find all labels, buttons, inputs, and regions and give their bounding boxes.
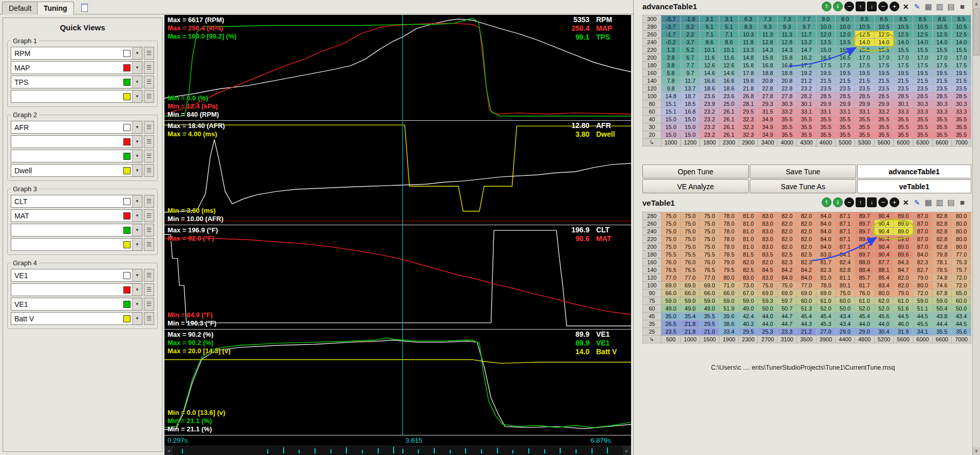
table-cell[interactable]: 18.7 <box>680 93 700 100</box>
table-cell[interactable]: -1.7 <box>661 31 681 39</box>
table-cell[interactable]: 21.0 <box>700 328 719 336</box>
table-cell[interactable]: 9.3 <box>778 23 797 31</box>
table-cell[interactable]: 29.9 <box>836 100 855 108</box>
table-cell[interactable]: 76.5 <box>680 266 700 274</box>
table-cell[interactable]: 50.0 <box>758 305 778 313</box>
table-cell[interactable]: 75.0 <box>680 243 700 251</box>
solid-view-icon[interactable]: ■ <box>957 197 967 207</box>
table-cell[interactable]: 84.3 <box>894 259 913 266</box>
table-cell[interactable]: 33.3 <box>952 108 971 116</box>
table-cell[interactable]: 35.5 <box>836 116 855 123</box>
table-cell[interactable]: 15.0 <box>661 116 681 123</box>
table-cell[interactable]: 29.9 <box>855 100 874 108</box>
tab-tuning[interactable]: Tuning <box>37 2 74 15</box>
table-cell[interactable]: 35.5 <box>700 313 719 320</box>
table-cell[interactable]: 0.2 <box>680 23 700 31</box>
table-cell[interactable]: 29.0 <box>836 328 855 336</box>
table-cell[interactable]: 19.5 <box>816 69 836 77</box>
table-cell[interactable]: 80.0 <box>952 235 971 243</box>
table-cell[interactable]: 44.5 <box>894 313 913 320</box>
table-cell[interactable]: 59.0 <box>661 297 681 305</box>
table-cell[interactable]: 35.5 <box>874 131 894 139</box>
table-cell[interactable]: 78.0 <box>719 212 739 220</box>
table-cell[interactable]: 20.8 <box>758 77 778 85</box>
table-cell[interactable]: 77.0 <box>700 274 719 282</box>
table-cell[interactable]: 35.5 <box>816 123 836 131</box>
table-cell[interactable]: 35.5 <box>855 123 874 131</box>
graph-cursor-line[interactable] <box>402 15 403 435</box>
table-cell[interactable]: 82.3 <box>778 259 797 266</box>
table-cell[interactable]: 29.9 <box>816 100 836 108</box>
table-cell[interactable]: 74.8 <box>932 274 952 282</box>
table-cell[interactable]: 82.8 <box>932 243 952 251</box>
table-cell[interactable]: 35.5 <box>932 116 952 123</box>
table-cell[interactable]: 88.1 <box>874 266 894 274</box>
table-cell[interactable]: 33.1 <box>855 108 874 116</box>
chevron-down-icon[interactable]: ▼ <box>132 90 142 102</box>
table-cell[interactable]: 44.0 <box>874 320 894 328</box>
table-cell[interactable]: 15.0 <box>836 46 855 54</box>
table-cell[interactable]: 21.5 <box>874 77 894 85</box>
table-cell[interactable]: 15.5 <box>913 46 932 54</box>
table-cell[interactable]: 89.7 <box>855 220 874 228</box>
table-cell[interactable]: 69.0 <box>778 289 797 297</box>
table-cell[interactable]: 12.5 <box>894 31 913 39</box>
table-cell[interactable]: 23.5 <box>816 85 836 93</box>
table-cell[interactable]: 84.1 <box>836 251 855 259</box>
table-cell[interactable]: 33.1 <box>797 108 816 116</box>
table-cell[interactable]: 23.6 <box>700 93 719 100</box>
table-cell[interactable]: 22.8 <box>758 85 778 93</box>
table-cell[interactable]: 82.8 <box>932 228 952 235</box>
table-cell[interactable]: 16.8 <box>778 62 797 69</box>
table-cell[interactable]: 19.5 <box>894 69 913 77</box>
table-cell[interactable]: 44.0 <box>855 320 874 328</box>
table-cell[interactable]: 23.5 <box>932 85 952 93</box>
table-cell[interactable]: 49.0 <box>700 305 719 313</box>
table-cell[interactable]: 15.5 <box>952 46 971 54</box>
table-cell[interactable]: 35.5 <box>952 123 971 131</box>
table-cell[interactable]: 21.5 <box>913 77 932 85</box>
grid-view-icon[interactable]: ▦ <box>923 197 933 207</box>
table-cell[interactable]: 50.0 <box>836 305 855 313</box>
scroll-down-icon[interactable]: ▼ <box>973 447 980 455</box>
table-cell[interactable]: 30.1 <box>797 100 816 108</box>
table-cell[interactable]: 23.9 <box>700 100 719 108</box>
table-cell[interactable]: 80.0 <box>952 220 971 228</box>
shift-down-icon[interactable]: ↓ <box>867 2 877 11</box>
table-cell[interactable]: 35.5 <box>952 131 971 139</box>
table-cell[interactable]: 15.0 <box>680 131 700 139</box>
table-cell[interactable]: 75.0 <box>700 235 719 243</box>
table-cell[interactable]: 83.0 <box>758 243 778 251</box>
table-cell[interactable]: 15.5 <box>855 46 874 54</box>
table-cell[interactable]: 15.1 <box>661 100 681 108</box>
table-cell[interactable]: 78.0 <box>719 243 739 251</box>
table-cell[interactable]: 52.0 <box>874 305 894 313</box>
table-cell[interactable]: 75.0 <box>680 212 700 220</box>
table-cell[interactable]: 34.9 <box>758 116 778 123</box>
table-cell[interactable]: 18.8 <box>778 69 797 77</box>
table-cell[interactable]: 26.8 <box>738 93 758 100</box>
table-cell[interactable]: 82.3 <box>797 259 816 266</box>
table-cell[interactable]: 14.0 <box>913 39 932 46</box>
scale-down-icon[interactable]: − <box>844 2 854 11</box>
table-cell[interactable]: 19.2 <box>797 69 816 77</box>
table-cell[interactable]: 35.5 <box>778 131 797 139</box>
graph-strip-2[interactable]: Max = 18.40 (AFR)Max = 4.00 (ms)Min = 3.… <box>164 121 631 225</box>
table-cell[interactable]: 11.6 <box>700 54 719 62</box>
table-cell[interactable]: 27.8 <box>758 93 778 100</box>
channel-menu-button[interactable]: ☰ <box>144 135 154 148</box>
table-cell[interactable]: 35.5 <box>797 116 816 123</box>
table-cell[interactable]: 85.7 <box>855 274 874 282</box>
table-cell[interactable]: 15.5 <box>874 46 894 54</box>
table-cell[interactable]: 75.0 <box>680 220 700 228</box>
table-cell[interactable]: 9.7 <box>680 69 700 77</box>
table-cell[interactable]: 12.6 <box>719 62 739 69</box>
table-cell[interactable]: 8.6 <box>719 39 739 46</box>
table-cell[interactable]: 89.7 <box>855 228 874 235</box>
table-cell[interactable]: 87.1 <box>836 243 855 251</box>
table-cell[interactable]: 42.4 <box>738 313 758 320</box>
table-cell[interactable]: 10.0 <box>816 23 836 31</box>
table-cell[interactable]: 44.5 <box>952 320 971 328</box>
table-cell[interactable]: 29.5 <box>700 320 719 328</box>
table-cell[interactable]: 66.0 <box>680 289 700 297</box>
